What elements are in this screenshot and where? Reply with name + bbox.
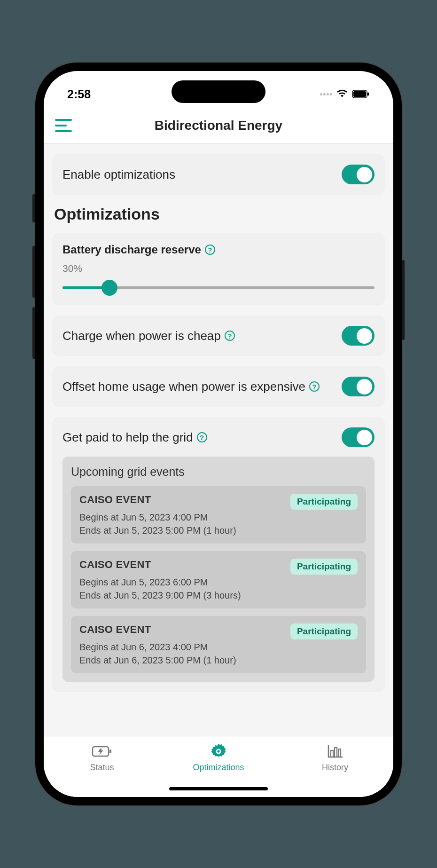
- event-begins: Begins at Jun 5, 2023 6:00 PM: [79, 577, 358, 588]
- svg-rect-9: [338, 749, 341, 757]
- battery-reserve-slider[interactable]: [62, 281, 375, 295]
- home-indicator[interactable]: [169, 787, 268, 790]
- grid-help-label: Get paid to help the grid: [62, 430, 193, 445]
- event-name: CAISO EVENT: [79, 494, 151, 506]
- participating-badge: Participating: [290, 559, 358, 575]
- tab-optimizations[interactable]: Optimizations: [160, 743, 277, 773]
- charge-cheap-toggle[interactable]: [342, 326, 375, 346]
- battery-reserve-value: 30%: [62, 263, 375, 274]
- battery-reserve-label: Battery discharge reserve: [62, 243, 201, 256]
- offset-usage-card: Offset home usage when power is expensiv…: [52, 366, 385, 407]
- help-icon[interactable]: ?: [205, 245, 215, 255]
- svg-point-6: [217, 750, 220, 753]
- svg-rect-4: [109, 750, 111, 753]
- notch: [172, 80, 265, 103]
- charge-cheap-label: Charge when power is cheap: [62, 329, 221, 343]
- charge-cheap-card: Charge when power is cheap ?: [52, 316, 385, 356]
- grid-events-panel: Upcoming grid events CAISO EVENTParticip…: [62, 457, 375, 682]
- event-begins: Begins at Jun 5, 2023 4:00 PM: [79, 512, 358, 523]
- grid-help-card: Get paid to help the grid ? Upcoming gri…: [52, 417, 385, 692]
- participating-badge: Participating: [290, 623, 358, 639]
- tab-optimizations-label: Optimizations: [193, 763, 244, 773]
- tab-history[interactable]: History: [277, 743, 393, 773]
- event-name: CAISO EVENT: [79, 559, 151, 571]
- svg-rect-2: [367, 92, 369, 95]
- grid-events-title: Upcoming grid events: [71, 465, 366, 479]
- event-begins: Begins at Jun 6, 2023 4:00 PM: [79, 642, 358, 653]
- tab-history-label: History: [322, 763, 348, 773]
- content-scroll[interactable]: Enable optimizations Optimizations Batte…: [44, 144, 393, 736]
- offset-usage-label: Offset home usage when power is expensiv…: [62, 379, 305, 394]
- event-ends: Ends at Jun 6, 2023 5:00 PM (1 hour): [79, 655, 358, 666]
- svg-rect-8: [335, 748, 337, 757]
- grid-event[interactable]: CAISO EVENTParticipatingBegins at Jun 5,…: [71, 486, 366, 544]
- grid-event[interactable]: CAISO EVENTParticipatingBegins at Jun 5,…: [71, 551, 366, 608]
- help-icon[interactable]: ?: [225, 331, 235, 341]
- help-icon[interactable]: ?: [309, 381, 320, 392]
- grid-help-toggle[interactable]: [342, 427, 375, 447]
- enable-toggle[interactable]: [342, 165, 375, 184]
- help-icon[interactable]: ?: [197, 432, 207, 442]
- tab-status[interactable]: Status: [44, 743, 160, 773]
- enable-card: Enable optimizations: [52, 154, 385, 195]
- svg-rect-1: [353, 91, 366, 97]
- battery-reserve-card: Battery discharge reserve ? 30%: [52, 233, 385, 305]
- section-title: Optimizations: [54, 205, 383, 223]
- screen: 2:58 Bidirectional Energy: [44, 71, 393, 797]
- offset-usage-toggle[interactable]: [342, 377, 375, 396]
- battery-charge-icon: [92, 743, 112, 760]
- phone-frame: 2:58 Bidirectional Energy: [35, 63, 402, 805]
- participating-badge: Participating: [290, 494, 358, 510]
- svg-rect-7: [331, 750, 333, 757]
- battery-icon: [352, 87, 370, 101]
- event-ends: Ends at Jun 5, 2023 5:00 PM (1 hour): [79, 525, 358, 536]
- app-header: Bidirectional Energy: [44, 109, 393, 144]
- bar-chart-icon: [327, 743, 343, 760]
- gear-icon: [210, 743, 227, 760]
- status-time: 2:58: [67, 87, 91, 101]
- enable-label: Enable optimizations: [62, 167, 342, 182]
- event-ends: Ends at Jun 5, 2023 9:00 PM (3 hours): [79, 590, 358, 601]
- cellular-dots-icon: [320, 93, 332, 95]
- page-title: Bidirectional Energy: [55, 118, 382, 133]
- wifi-icon: [336, 87, 348, 101]
- event-name: CAISO EVENT: [79, 623, 151, 636]
- grid-event[interactable]: CAISO EVENTParticipatingBegins at Jun 6,…: [71, 616, 366, 673]
- tab-status-label: Status: [90, 763, 114, 773]
